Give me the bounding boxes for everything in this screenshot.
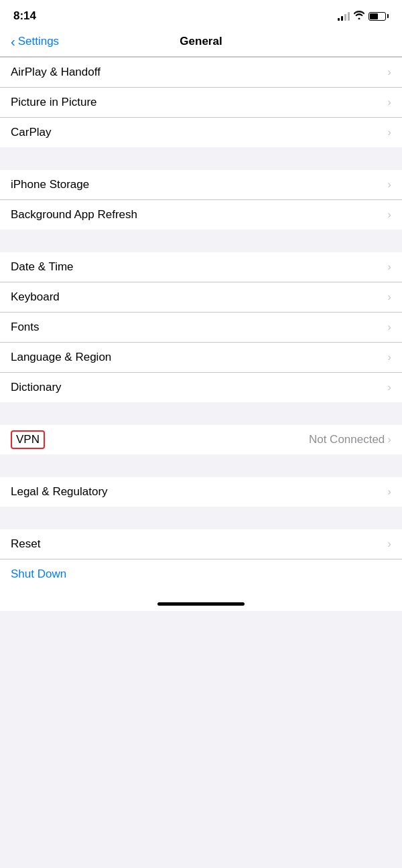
back-chevron-icon: ‹ <box>11 35 15 48</box>
section-group-5: Legal & Regulatory › <box>0 477 402 507</box>
language-row[interactable]: Language & Region › <box>0 343 402 373</box>
carplay-row[interactable]: CarPlay › <box>0 118 402 147</box>
keyboard-right: › <box>387 290 391 304</box>
dictionary-right: › <box>387 381 391 394</box>
reset-label: Reset <box>11 529 387 559</box>
datetime-right: › <box>387 260 391 274</box>
chevron-icon: › <box>387 351 391 364</box>
vpn-label: VPN <box>11 430 45 449</box>
picture-right: › <box>387 96 391 109</box>
legal-label: Legal & Regulatory <box>11 477 387 507</box>
bgrefresh-right: › <box>387 208 391 222</box>
keyboard-label: Keyboard <box>11 282 387 312</box>
section-group-3: Date & Time › Keyboard › Fonts › Languag… <box>0 252 402 402</box>
chevron-icon: › <box>387 485 391 499</box>
shutdown-label: Shut Down <box>11 568 66 581</box>
language-label: Language & Region <box>11 343 387 372</box>
airplay-label: AirPlay & Handoff <box>11 58 387 87</box>
storage-right: › <box>387 178 391 191</box>
storage-label: iPhone Storage <box>11 170 387 199</box>
battery-icon <box>368 12 389 21</box>
bgrefresh-label: Background App Refresh <box>11 200 387 230</box>
vpn-row[interactable]: VPN Not Connected › <box>0 425 402 454</box>
fonts-row[interactable]: Fonts › <box>0 313 402 343</box>
carplay-label: CarPlay <box>11 118 387 147</box>
keyboard-row[interactable]: Keyboard › <box>0 282 402 313</box>
spacer-2 <box>0 230 402 252</box>
chevron-icon: › <box>387 66 391 79</box>
reset-row[interactable]: Reset › <box>0 529 402 559</box>
section-group-4: VPN Not Connected › <box>0 425 402 454</box>
storage-row[interactable]: iPhone Storage › <box>0 170 402 200</box>
vpn-label-wrapper: VPN <box>11 430 50 449</box>
chevron-icon: › <box>387 178 391 191</box>
signal-icon <box>338 11 350 21</box>
chevron-icon: › <box>387 321 391 334</box>
airplay-right: › <box>387 66 391 79</box>
bgrefresh-row[interactable]: Background App Refresh › <box>0 200 402 230</box>
vpn-right: Not Connected › <box>309 433 391 446</box>
back-button[interactable]: ‹ Settings <box>11 35 59 48</box>
section-group-2: iPhone Storage › Background App Refresh … <box>0 170 402 230</box>
fonts-right: › <box>387 321 391 334</box>
carplay-right: › <box>387 126 391 139</box>
legal-row[interactable]: Legal & Regulatory › <box>0 477 402 507</box>
wifi-icon <box>354 11 364 21</box>
spacer-3 <box>0 402 402 425</box>
chevron-icon: › <box>387 381 391 394</box>
picture-label: Picture in Picture <box>11 88 387 117</box>
chevron-icon: › <box>387 96 391 109</box>
chevron-icon: › <box>387 208 391 222</box>
chevron-icon: › <box>387 126 391 139</box>
vpn-status: Not Connected <box>309 433 385 446</box>
fonts-label: Fonts <box>11 313 387 342</box>
spacer-5 <box>0 507 402 529</box>
datetime-row[interactable]: Date & Time › <box>0 252 402 282</box>
airplay-row[interactable]: AirPlay & Handoff › <box>0 58 402 88</box>
section-group-1: AirPlay & Handoff › Picture in Picture ›… <box>0 58 402 147</box>
reset-right: › <box>387 537 391 551</box>
content: AirPlay & Handoff › Picture in Picture ›… <box>0 57 402 611</box>
legal-right: › <box>387 485 391 499</box>
datetime-label: Date & Time <box>11 252 387 282</box>
page-title: General <box>180 35 222 48</box>
shutdown-row[interactable]: Shut Down <box>0 559 402 589</box>
section-group-6: Reset › Shut Down <box>0 529 402 589</box>
back-label: Settings <box>18 35 59 48</box>
spacer-4 <box>0 454 402 477</box>
spacer-1 <box>0 147 402 170</box>
chevron-icon: › <box>387 260 391 274</box>
picture-row[interactable]: Picture in Picture › <box>0 88 402 118</box>
chevron-icon: › <box>387 290 391 304</box>
home-bar <box>157 602 245 606</box>
home-indicator <box>0 589 402 611</box>
dictionary-row[interactable]: Dictionary › <box>0 373 402 402</box>
chevron-icon: › <box>387 433 391 446</box>
chevron-icon: › <box>387 537 391 551</box>
nav-bar: ‹ Settings General <box>0 29 402 57</box>
status-bar: 8:14 <box>0 0 402 29</box>
dictionary-label: Dictionary <box>11 373 387 402</box>
status-time: 8:14 <box>13 9 36 23</box>
status-icons <box>338 11 389 21</box>
language-right: › <box>387 351 391 364</box>
